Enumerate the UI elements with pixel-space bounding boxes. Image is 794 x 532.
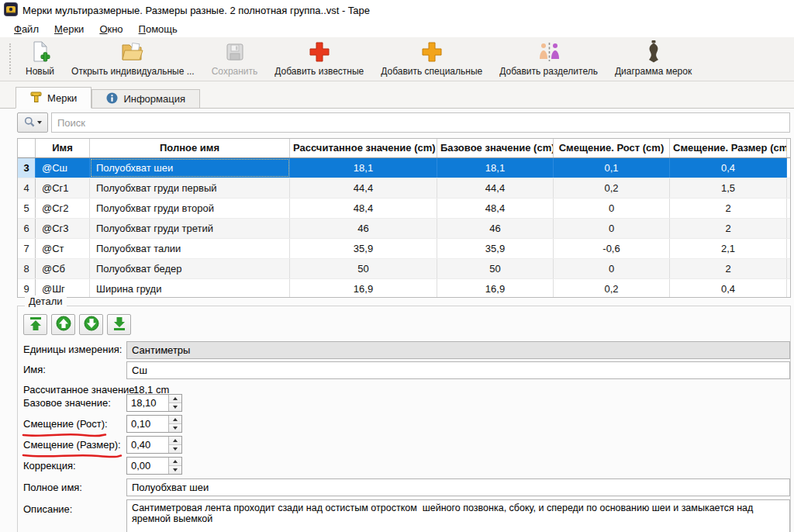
spin-down-button[interactable] [169, 444, 181, 453]
menu-help[interactable]: Помощь [131, 22, 185, 36]
correction-input[interactable] [127, 458, 168, 474]
cell-calculated[interactable]: 18,1 [290, 158, 437, 178]
cell-shift-height[interactable]: 0,1 [554, 158, 670, 178]
cell-calculated[interactable]: 35,9 [290, 239, 437, 258]
table-row[interactable]: 8 @Сб Полуобхват бедер 50 50 0 2 [18, 259, 790, 279]
cell-base[interactable]: 16,9 [437, 279, 554, 298]
cell-calculated[interactable]: 48,4 [290, 199, 437, 218]
table-row[interactable]: 4 @Сг1 Полуобхват груди первый 44,4 44,4… [18, 178, 790, 199]
search-input[interactable] [51, 112, 790, 133]
cell-base[interactable]: 50 [437, 259, 554, 278]
cell-name[interactable]: @Сг2 [36, 199, 90, 218]
cell-name[interactable]: @Сб [36, 259, 90, 278]
new-button[interactable]: Новый [17, 37, 63, 81]
table-row[interactable]: 3 @Сш Полуобхват шеи 18,1 18,1 0,1 0,4 [18, 158, 790, 178]
base-value-spinbox[interactable] [126, 394, 182, 412]
spin-down-button[interactable] [169, 465, 181, 474]
cell-base[interactable]: 48,4 [437, 199, 554, 218]
cell-shift-size[interactable]: 2 [670, 199, 787, 218]
row-header[interactable]: 5 [18, 199, 36, 218]
name-input[interactable] [126, 361, 790, 379]
spin-up-button[interactable] [169, 395, 181, 402]
cell-shift-size[interactable]: 0,4 [670, 279, 787, 298]
shift-height-spinbox[interactable] [126, 415, 182, 433]
table-row[interactable]: 5 @Сг2 Полуобхват груди второй 48,4 48,4… [18, 199, 790, 219]
cell-shift-size[interactable]: 1,5 [670, 178, 787, 198]
row-header[interactable]: 7 [18, 239, 36, 258]
add-known-button[interactable]: Добавить известные [266, 37, 372, 81]
row-header[interactable]: 8 [18, 259, 36, 278]
full-name-input[interactable] [126, 478, 790, 496]
move-to-bottom-button[interactable] [107, 314, 131, 335]
cell-shift-height[interactable]: 0,2 [554, 178, 670, 198]
shift-size-input[interactable] [127, 437, 168, 453]
measurement-diagram-button[interactable]: Диаграмма мерок [606, 37, 700, 81]
base-value-input[interactable] [127, 395, 168, 411]
tab-measurements[interactable]: Мерки [16, 87, 91, 109]
cell-full-name[interactable]: Полуобхват груди второй [90, 199, 290, 218]
shift-size-spinbox[interactable] [126, 436, 182, 454]
cell-shift-height[interactable]: 0 [554, 219, 670, 238]
spin-down-button[interactable] [169, 423, 181, 432]
save-button[interactable]: Сохранить [203, 37, 267, 81]
menu-measurements[interactable]: Мерки [47, 22, 91, 36]
cell-full-name[interactable]: Полуобхват талии [90, 239, 290, 258]
cell-full-name[interactable]: Полуобхват бедер [90, 259, 290, 278]
cell-shift-height[interactable]: 0,2 [554, 279, 670, 298]
cell-shift-size[interactable]: 2,1 [670, 239, 787, 258]
cell-calculated[interactable]: 44,4 [290, 178, 437, 198]
cell-base[interactable]: 46 [437, 219, 554, 238]
spin-up-button[interactable] [169, 437, 181, 444]
spin-up-button[interactable] [169, 416, 181, 423]
cell-name[interactable]: @Сг1 [36, 178, 90, 198]
move-to-top-button[interactable] [23, 314, 47, 335]
column-header-name[interactable]: Имя [36, 139, 90, 157]
add-special-button[interactable]: Добавить специальные [372, 37, 491, 81]
tab-information[interactable]: Информация [91, 89, 200, 108]
cell-name[interactable]: @Сш [36, 158, 90, 178]
cell-name[interactable]: @Сг3 [36, 219, 90, 238]
cell-shift-height[interactable]: 0 [554, 199, 670, 218]
cell-calculated[interactable]: 16,9 [290, 279, 437, 298]
cell-full-name[interactable]: Полуобхват груди третий [90, 219, 290, 238]
column-header-base[interactable]: Базовое значение (cm) [437, 139, 554, 157]
menu-window[interactable]: Окно [91, 22, 130, 36]
spin-up-button[interactable] [169, 458, 181, 465]
cell-full-name[interactable]: Полуобхват шеи [90, 158, 290, 178]
add-separator-button[interactable]: Добавить разделитель [491, 37, 606, 81]
cell-full-name[interactable]: Ширина груди [90, 279, 290, 298]
move-down-button[interactable] [79, 314, 103, 335]
column-header-calculated[interactable]: Рассчитанное значение (cm) [290, 139, 437, 157]
column-header-shift-height[interactable]: Смещение. Рост (cm) [554, 139, 670, 157]
open-individual-button[interactable]: Открыть индивидуальные ... [63, 37, 203, 81]
units-field[interactable]: Сантиметры [126, 341, 790, 359]
spin-down-button[interactable] [169, 402, 181, 411]
row-header[interactable]: 6 [18, 219, 36, 238]
cell-shift-height[interactable]: -0,6 [554, 239, 670, 258]
cell-calculated[interactable]: 46 [290, 219, 437, 238]
cell-shift-size[interactable]: 2 [670, 219, 787, 238]
table-row[interactable]: 9 @Шг Ширина груди 16,9 16,9 0,2 0,4 [18, 279, 790, 298]
correction-spinbox[interactable] [126, 457, 182, 475]
cell-shift-size[interactable]: 2 [670, 259, 787, 278]
table-row[interactable]: 6 @Сг3 Полуобхват груди третий 46 46 0 2 [18, 219, 790, 239]
cell-shift-height[interactable]: 0 [554, 259, 670, 278]
move-up-button[interactable] [51, 314, 75, 335]
toolbar-drag-handle[interactable] [9, 43, 12, 74]
cell-shift-size[interactable]: 0,4 [670, 158, 787, 178]
description-textarea[interactable]: Сантиметровая лента проходит сзади над о… [126, 499, 790, 532]
row-header[interactable]: 4 [18, 178, 36, 198]
cell-name[interactable]: @Ст [36, 239, 90, 258]
cell-base[interactable]: 35,9 [437, 239, 554, 258]
table-row[interactable]: 7 @Ст Полуобхват талии 35,9 35,9 -0,6 2,… [18, 239, 790, 259]
column-header-shift-size[interactable]: Смещение. Размер (cm) [670, 139, 787, 157]
cell-calculated[interactable]: 50 [290, 259, 437, 278]
cell-base[interactable]: 18,1 [437, 158, 554, 178]
menu-file[interactable]: Файл [6, 22, 47, 36]
row-header[interactable]: 3 [18, 158, 36, 178]
search-options-button[interactable] [17, 112, 48, 133]
shift-height-input[interactable] [127, 416, 168, 432]
column-header-full-name[interactable]: Полное имя [90, 139, 290, 157]
cell-base[interactable]: 44,4 [437, 178, 554, 198]
cell-full-name[interactable]: Полуобхват груди первый [90, 178, 290, 198]
